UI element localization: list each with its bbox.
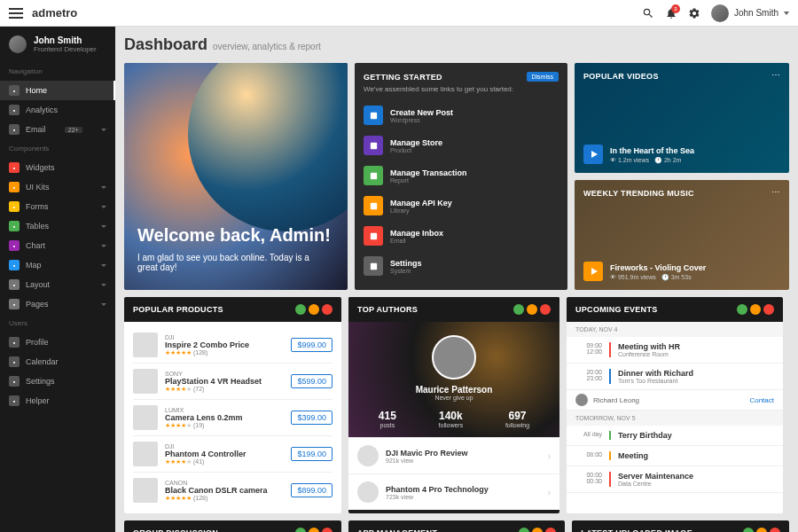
product-image (133, 442, 158, 466)
user-icon: ▪ (9, 337, 20, 348)
chart2-icon: ▪ (9, 240, 20, 251)
svg-rect-3 (370, 202, 376, 208)
brand: admetro (32, 6, 77, 20)
form-icon: ▪ (9, 201, 20, 212)
review-item[interactable]: Phantom 4 Pro Technology723k view› (348, 473, 559, 510)
cal-icon: ▪ (9, 356, 20, 367)
settings-icon[interactable] (688, 7, 700, 20)
sidebar-item-forms[interactable]: ▪Forms (0, 197, 115, 216)
chevron-down-icon (101, 186, 106, 189)
menu-toggle-icon[interactable] (9, 8, 23, 19)
sidebar-item-email[interactable]: ▪Email22+ (0, 120, 115, 139)
gs-icon (364, 166, 383, 185)
event-item[interactable]: 20:0023:00Dinner with RichardTom's Too R… (567, 364, 783, 390)
notifications-icon[interactable]: 3 (665, 7, 677, 20)
product-image (133, 405, 158, 430)
avatar (711, 4, 729, 22)
video-card[interactable]: POPULAR VIDEOS⋯In the Heart of the Sea👁 … (575, 63, 789, 173)
sidebar-item-widgets[interactable]: ▪Widgets (0, 158, 115, 177)
sidebar-item-tables[interactable]: ▪Tables (0, 216, 115, 236)
play-button[interactable] (583, 262, 603, 281)
user-menu[interactable]: John Smith (711, 4, 789, 22)
notification-badge: 3 (671, 4, 680, 13)
price-badge: $399.00 (291, 411, 332, 425)
top-authors-card: TOP AUTHORS Maurice Patterson Never give… (348, 297, 559, 513)
main-content: Dashboardoverview, analytics & report We… (115, 27, 798, 532)
user-name-top: John Smith (734, 8, 778, 18)
product-image (133, 478, 158, 503)
gs-item[interactable]: Manage API KeyLibrary (364, 191, 559, 221)
product-item[interactable]: DJIInspire 2 Combo Price★★★★★(128)$999.0… (133, 327, 332, 364)
contact-link[interactable]: Contact (749, 396, 774, 404)
video-card[interactable]: WEEKLY TRENDING MUSIC⋯Fireworks - Violin… (575, 180, 789, 290)
chevron-down-icon (101, 225, 106, 228)
product-item[interactable]: LUMIXCamera Lens 0.2mm★★★★★(19)$399.00 (133, 400, 332, 436)
gs-item[interactable]: SettingsSystem (364, 251, 559, 281)
event-item[interactable]: All dayTerry Birthday (567, 426, 783, 446)
topbar: admetro 3 John Smith (0, 0, 798, 27)
card-actions[interactable] (737, 304, 774, 315)
more-icon[interactable]: ⋯ (771, 70, 780, 80)
avatar (575, 394, 588, 406)
gs-icon (364, 196, 383, 215)
pages-icon: ▪ (9, 299, 20, 309)
sidebar-item-analytics[interactable]: ▪Analytics (0, 100, 115, 120)
author-avatar (432, 335, 476, 379)
sidebar-item-layout[interactable]: ▪Layout (0, 275, 115, 294)
kit-icon: ▪ (9, 182, 20, 192)
card: LATEST UPLOADED IMAGE (572, 520, 789, 532)
review-item[interactable]: DJI Mavic Pro Review921k view› (348, 437, 559, 473)
chevron-right-icon: › (548, 451, 551, 461)
sidebar-item-map[interactable]: ▪Map (0, 255, 115, 275)
chart-icon: ▪ (9, 105, 20, 115)
gs-item[interactable]: Manage TransactionReport (364, 160, 559, 191)
getting-started-card: GETTING STARTEDDismiss We've assembled s… (355, 63, 567, 290)
event-day-label: TOMORROW, NOV 5 (567, 411, 783, 426)
avatar (9, 35, 27, 53)
gs-icon (364, 256, 383, 276)
card-actions[interactable] (295, 304, 332, 315)
chevron-down-icon (101, 206, 106, 208)
search-icon[interactable] (642, 7, 654, 20)
sidebar-profile[interactable]: John SmithFrontend Developer (0, 27, 115, 62)
event-item[interactable]: 09:0012:00Meeting with HRConference Room (567, 337, 783, 364)
play-button[interactable] (583, 145, 603, 164)
welcome-hero: Welcome back, Admin! I am glad to see yo… (124, 63, 348, 290)
gs-item[interactable]: Create New PostWordpress (364, 100, 559, 130)
card-actions[interactable] (295, 528, 332, 532)
sidebar-item-ui-kits[interactable]: ▪UI Kits (0, 177, 115, 197)
svg-rect-5 (370, 262, 376, 269)
sidebar-item-calendar[interactable]: ▪Calendar (0, 352, 115, 372)
sidebar-item-pages[interactable]: ▪Pages (0, 294, 115, 314)
price-badge: $999.00 (291, 338, 332, 352)
card-actions[interactable] (743, 528, 780, 532)
chevron-down-icon (101, 303, 106, 306)
product-item[interactable]: SONYPlayStation 4 VR Headset★★★★★(72)$59… (133, 364, 332, 400)
map-icon: ▪ (9, 260, 20, 270)
popular-products-card: POPULAR PRODUCTS DJIInspire 2 Combo Pric… (124, 297, 341, 513)
event-item[interactable]: 00:0000:30Server MaintenanceData Centre (567, 466, 783, 493)
chevron-down-icon (101, 245, 106, 247)
gs-icon (364, 106, 383, 125)
card: APP MANAGEMENT (348, 520, 566, 532)
sidebar-item-settings[interactable]: ▪Settings (0, 372, 115, 391)
badge: 22+ (65, 127, 82, 133)
more-icon[interactable]: ⋯ (771, 187, 780, 197)
product-item[interactable]: DJIPhantom 4 Controller★★★★★(41)$199.00 (133, 436, 332, 473)
mail-icon: ▪ (9, 124, 20, 135)
gs-item[interactable]: Manage InboxEmail (364, 221, 559, 251)
product-image (133, 369, 158, 394)
card-actions[interactable] (513, 304, 551, 315)
sidebar-item-home[interactable]: ▪Home (0, 81, 115, 100)
dismiss-button[interactable]: Dismiss (527, 72, 559, 82)
gs-item[interactable]: Manage StoreProduct (364, 130, 559, 160)
sidebar-item-profile[interactable]: ▪Profile (0, 332, 115, 352)
product-item[interactable]: CANONBlack Canon DSLR camera★★★★★(128)$8… (133, 473, 332, 508)
sidebar-item-helper[interactable]: ▪Helper (0, 391, 115, 411)
sidebar-heading: Navigation (0, 62, 115, 81)
event-item[interactable]: 08:00Meeting (567, 446, 783, 466)
card-actions[interactable] (519, 528, 556, 532)
event-contact: Richard LeongContact (567, 390, 783, 411)
grid-icon: ▪ (9, 85, 20, 96)
sidebar-item-chart[interactable]: ▪Chart (0, 236, 115, 255)
